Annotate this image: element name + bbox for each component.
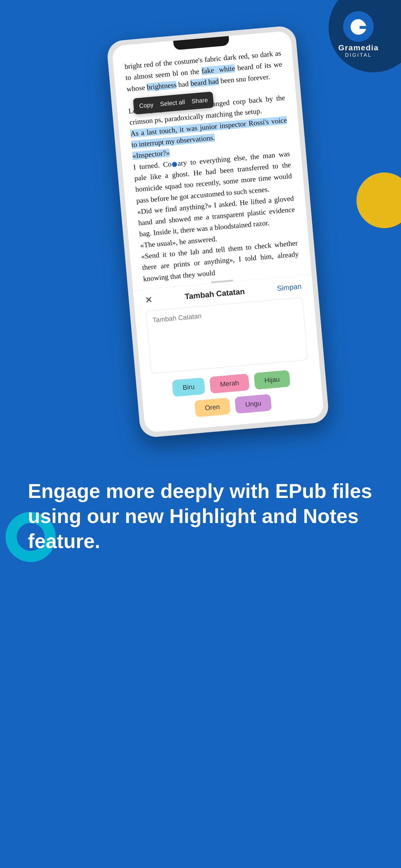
close-icon[interactable]: ✕	[145, 294, 153, 306]
bottom-headline: Engage more deeply with EPub files using…	[28, 478, 373, 554]
note-input-wrapper	[146, 298, 308, 374]
color-tag-biru[interactable]: Biru	[172, 377, 205, 397]
top-section: Copy Select all Share bright red of the …	[0, 0, 401, 445]
phone-outer-shell: Copy Select all Share bright red of the …	[106, 25, 330, 438]
color-tag-biru-label: Biru	[182, 383, 195, 392]
highlight-fake-white: fake white	[201, 64, 235, 75]
cursor-handle	[172, 162, 177, 167]
book-content-area: Copy Select all Share bright red of the …	[113, 40, 312, 290]
bottom-sheet-title: Tambah Catatan	[184, 287, 245, 301]
color-tag-hijau[interactable]: Hijau	[254, 370, 290, 390]
color-tag-oren[interactable]: Oren	[194, 398, 231, 417]
gramedia-brand-name: Gramedia	[338, 43, 379, 52]
color-tag-merah-label: Merah	[220, 379, 239, 388]
note-textarea[interactable]	[152, 304, 302, 366]
color-tag-hijau-label: Hijau	[264, 375, 280, 384]
bottom-text-section: Engage more deeply with EPub files using…	[0, 445, 401, 582]
gramedia-logo-circle	[343, 11, 374, 42]
color-tag-merah[interactable]: Merah	[209, 374, 250, 394]
add-note-bottom-sheet: ✕ Tambah Catatan Simpan Biru Merah	[133, 274, 324, 433]
share-button[interactable]: Share	[191, 95, 208, 106]
save-note-button[interactable]: Simpan	[277, 282, 302, 293]
color-tags-row: Biru Merah Hijau Oren Ungu	[152, 368, 312, 421]
copy-button[interactable]: Copy	[139, 100, 154, 111]
gramedia-logo: Gramedia DIGITAL	[338, 11, 379, 58]
select-all-button[interactable]: Select all	[160, 97, 185, 109]
highlight-beard-had: beard had	[190, 77, 219, 88]
phone-mockup: Copy Select all Share bright red of the …	[106, 25, 330, 438]
gramedia-brand-sub: DIGITAL	[345, 52, 372, 58]
book-para-1: bright red of the costume's fabric dark …	[124, 48, 284, 95]
color-tag-ungu[interactable]: Ungu	[234, 394, 272, 414]
color-tag-oren-label: Oren	[205, 403, 220, 412]
highlight-brightness: brightness	[146, 81, 177, 91]
gramedia-g-icon	[349, 17, 368, 36]
phone-inner-screen: Copy Select all Share bright red of the …	[112, 31, 324, 433]
color-tag-ungu-label: Ungu	[245, 399, 262, 408]
highlight-inspector: «Inspector?»	[132, 149, 170, 160]
